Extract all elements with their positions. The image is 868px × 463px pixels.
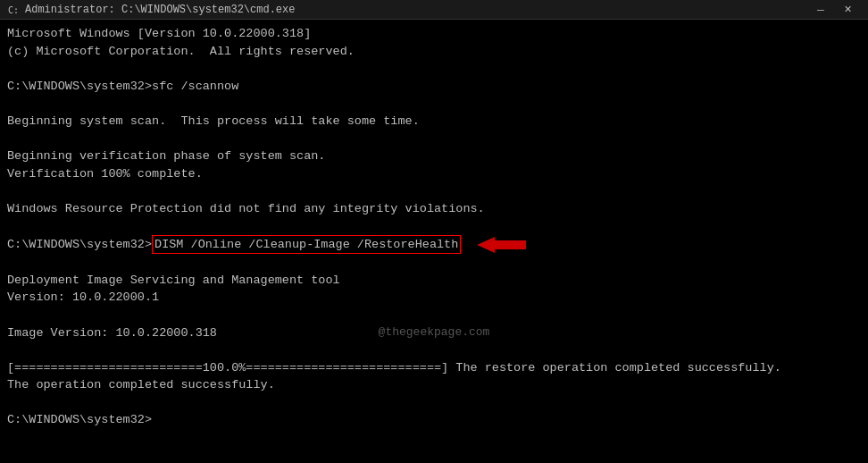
blank-1 <box>7 60 861 78</box>
arrow-indicator <box>468 237 526 253</box>
image-version-row: Image Version: 10.0.22000.318 @thegeekpa… <box>7 324 861 342</box>
version-line: Microsoft Windows [Version 10.0.22000.31… <box>7 25 861 43</box>
no-violations-line: Windows Resource Protection did not find… <box>7 200 861 218</box>
blank-5 <box>7 217 861 235</box>
deployment-tool-line: Deployment Image Servicing and Managemen… <box>7 272 861 290</box>
cmd-icon: C: <box>7 4 20 16</box>
verif-complete-line: Verification 100% complete. <box>7 165 861 183</box>
close-button[interactable]: ✕ <box>834 0 861 20</box>
sfc-line: C:\WINDOWS\system32>sfc /scannow <box>7 78 861 96</box>
blank-4 <box>7 182 861 200</box>
title-bar: C: Administrator: C:\WINDOWS\system32\cm… <box>0 0 868 20</box>
final-prompt-line: C:\WINDOWS\system32> <box>7 411 861 429</box>
svg-marker-2 <box>477 237 526 253</box>
blank-7 <box>7 307 861 324</box>
dism-prompt-prefix: C:\WINDOWS\system32> <box>7 236 152 254</box>
title-bar-text: Administrator: C:\WINDOWS\system32\cmd.e… <box>25 4 807 16</box>
watermark-text: @thegeekpage.com <box>379 324 490 341</box>
blank-2 <box>7 95 861 113</box>
image-version-text: Image Version: 10.0.22000.318 <box>7 326 217 340</box>
blank-6 <box>7 254 861 272</box>
blank-9 <box>7 394 861 412</box>
svg-text:C:: C: <box>8 5 19 15</box>
terminal-body: Microsoft Windows [Version 10.0.22000.31… <box>0 20 868 463</box>
op-complete-line: The operation completed successfully. <box>7 376 861 394</box>
dism-prompt-line: C:\WINDOWS\system32>DISM /Online /Cleanu… <box>7 235 861 255</box>
blank-8 <box>7 341 861 359</box>
minimize-button[interactable]: ─ <box>807 0 834 20</box>
title-bar-controls: ─ ✕ <box>807 0 861 20</box>
scan-line: Beginning system scan. This process will… <box>7 113 861 130</box>
version-num-line: Version: 10.0.22000.1 <box>7 289 861 307</box>
copyright-line: (c) Microsoft Corporation. All rights re… <box>7 43 861 61</box>
dism-command-highlighted: DISM /Online /Cleanup-Image /RestoreHeal… <box>152 235 461 255</box>
verif-line: Beginning verification phase of system s… <box>7 147 861 165</box>
blank-3 <box>7 130 861 147</box>
progress-line: [==========================100.0%=======… <box>7 359 861 377</box>
